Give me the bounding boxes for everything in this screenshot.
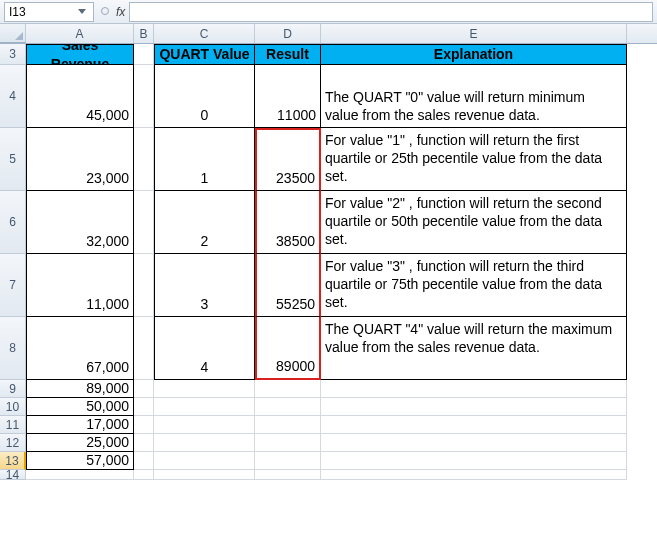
cell-quart[interactable]: 1 [154,128,255,191]
header-sales-revenue[interactable]: Sales Revenue [26,44,134,65]
row: 9 89,000 [0,380,657,398]
header-explanation[interactable]: Explanation [321,44,627,65]
cell-revenue[interactable]: 50,000 [26,398,134,416]
cell-quart[interactable]: 3 [154,254,255,317]
select-all-corner[interactable] [0,24,26,43]
row-header[interactable]: 12 [0,434,26,452]
col-header-E[interactable]: E [321,24,627,43]
row-header[interactable]: 3 [0,44,26,65]
cell-revenue[interactable]: 67,000 [26,317,134,380]
row-header[interactable]: 9 [0,380,26,398]
cell-blank[interactable] [321,470,627,480]
formula-bar: I13 fx [0,0,657,24]
row: 7 11,000 3 55250 For value "3" , functio… [0,254,657,317]
svg-point-0 [102,7,109,14]
row: 14 [0,470,657,480]
cell-quart[interactable]: 0 [154,65,255,128]
cell-blank[interactable] [321,416,627,434]
cell-result[interactable]: 38500 [255,191,321,254]
row-header[interactable]: 5 [0,128,26,191]
cell-explanation[interactable]: The QUART "0" value will return minimum … [321,65,627,128]
row: 11 17,000 [0,416,657,434]
cell-explanation[interactable]: For value "1" , function will return the… [321,128,627,191]
cell-result[interactable]: 11000 [255,65,321,128]
cell-blank[interactable] [134,398,154,416]
row-header[interactable]: 8 [0,317,26,380]
row: 10 50,000 [0,398,657,416]
cell-blank[interactable] [26,470,134,480]
formula-controls: fx [100,5,125,19]
cell-blank[interactable] [134,470,154,480]
col-header-B[interactable]: B [134,24,154,43]
cell-revenue[interactable]: 45,000 [26,65,134,128]
cell-result[interactable]: 89000 [255,317,321,380]
cell-explanation[interactable]: For value "2" , function will return the… [321,191,627,254]
row-header[interactable]: 11 [0,416,26,434]
row: 5 23,000 1 23500 For value "1" , functio… [0,128,657,191]
cell-blank[interactable] [134,65,154,128]
cell-blank[interactable] [321,398,627,416]
name-box-dropdown-icon[interactable] [75,5,89,19]
cell-blank[interactable] [321,434,627,452]
cell-revenue[interactable]: 89,000 [26,380,134,398]
cell-result[interactable]: 23500 [255,128,321,191]
cell-blank[interactable] [321,452,627,470]
header-quart-value[interactable]: QUART Value [154,44,255,65]
fx-expand-icon[interactable] [100,6,110,18]
row: 13 57,000 [0,452,657,470]
cell-quart[interactable]: 4 [154,317,255,380]
col-header-D[interactable]: D [255,24,321,43]
cell-blank[interactable] [134,44,154,65]
row-header[interactable]: 10 [0,398,26,416]
cell-revenue[interactable]: 25,000 [26,434,134,452]
cell-blank[interactable] [154,452,255,470]
cell-quart[interactable]: 2 [154,191,255,254]
cell-blank[interactable] [154,470,255,480]
fx-label[interactable]: fx [116,5,125,19]
cell-revenue[interactable]: 17,000 [26,416,134,434]
formula-input[interactable] [129,2,653,22]
row: 4 45,000 0 11000 The QUART "0" value wil… [0,65,657,128]
cell-blank[interactable] [255,398,321,416]
cell-blank[interactable] [255,452,321,470]
cell-revenue[interactable]: 32,000 [26,191,134,254]
row-header[interactable]: 4 [0,65,26,128]
cell-blank[interactable] [154,434,255,452]
column-headers: A B C D E [0,24,657,44]
cell-blank[interactable] [134,416,154,434]
cell-explanation[interactable]: For value "3" , function will return the… [321,254,627,317]
name-box[interactable]: I13 [4,2,94,22]
cell-blank[interactable] [134,380,154,398]
col-header-C[interactable]: C [154,24,255,43]
cell-blank[interactable] [255,380,321,398]
cell-blank[interactable] [255,416,321,434]
cell-blank[interactable] [154,416,255,434]
row-header[interactable]: 14 [0,470,26,480]
cell-blank[interactable] [154,380,255,398]
cell-result[interactable]: 55250 [255,254,321,317]
cell-revenue[interactable]: 57,000 [26,452,134,470]
cell-explanation[interactable]: The QUART "4" value will return the maxi… [321,317,627,380]
cell-blank[interactable] [134,128,154,191]
row-header[interactable]: 7 [0,254,26,317]
row-header[interactable]: 6 [0,191,26,254]
header-result[interactable]: Result [255,44,321,65]
row: 12 25,000 [0,434,657,452]
cell-blank[interactable] [134,191,154,254]
cell-blank[interactable] [134,254,154,317]
cell-blank[interactable] [154,398,255,416]
cell-blank[interactable] [134,452,154,470]
cell-revenue[interactable]: 23,000 [26,128,134,191]
cell-blank[interactable] [134,434,154,452]
cell-blank[interactable] [321,380,627,398]
cell-blank[interactable] [255,470,321,480]
cell-revenue[interactable]: 11,000 [26,254,134,317]
spreadsheet-grid: A B C D E 3 Sales Revenue QUART Value Re… [0,24,657,480]
rows: 3 Sales Revenue QUART Value Result Expla… [0,44,657,480]
row: 8 67,000 4 89000 The QUART "4" value wil… [0,317,657,380]
cell-blank[interactable] [134,317,154,380]
col-header-A[interactable]: A [26,24,134,43]
cell-blank[interactable] [255,434,321,452]
row: 6 32,000 2 38500 For value "2" , functio… [0,191,657,254]
row: 3 Sales Revenue QUART Value Result Expla… [0,44,657,65]
